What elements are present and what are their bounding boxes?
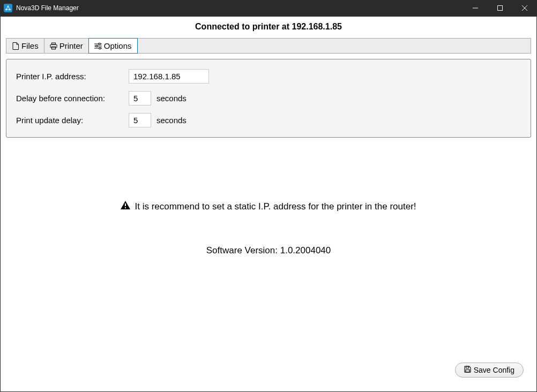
info-area: It is recommend to set a static I.P. add… <box>6 201 531 256</box>
svg-rect-19 <box>99 47 101 49</box>
close-button[interactable] <box>512 0 537 16</box>
svg-rect-22 <box>466 366 468 368</box>
warning-text: It is recommend to set a static I.P. add… <box>135 201 416 212</box>
row-delay-conn: Delay before connection: seconds <box>16 91 521 105</box>
tab-content-options: Printer I.P. address: Delay before conne… <box>6 59 531 256</box>
tab-label: Printer <box>59 41 83 50</box>
file-icon <box>12 42 19 50</box>
maximize-button[interactable] <box>488 0 512 16</box>
save-label: Save Config <box>474 366 514 374</box>
footer: Save Config <box>455 363 524 378</box>
svg-rect-21 <box>125 207 126 208</box>
window-body: Connected to printer at 192.168.1.85 Fil… <box>0 16 537 392</box>
suffix-seconds: seconds <box>156 116 187 125</box>
tab-files[interactable]: Files <box>6 39 44 53</box>
svg-rect-12 <box>50 44 57 48</box>
minimize-button[interactable] <box>463 0 488 16</box>
svg-rect-0 <box>4 4 12 12</box>
suffix-seconds: seconds <box>156 94 187 103</box>
options-panel: Printer I.P. address: Delay before conne… <box>6 59 531 138</box>
tab-label: Options <box>104 41 132 50</box>
version-info: Software Version: 1.0.2004040 <box>6 245 531 256</box>
row-ip: Printer I.P. address: <box>16 69 521 84</box>
save-icon <box>464 366 471 374</box>
ip-input[interactable] <box>129 69 209 84</box>
window-controls <box>463 0 537 16</box>
svg-rect-23 <box>466 370 469 373</box>
row-update-delay: Print update delay: seconds <box>16 113 521 127</box>
update-delay-input[interactable] <box>129 113 151 127</box>
tab-options[interactable]: Options <box>88 38 138 54</box>
app-title: Nova3D File Manager <box>16 4 79 12</box>
save-config-button[interactable]: Save Config <box>455 363 524 378</box>
label-delay-conn: Delay before connection: <box>16 94 129 103</box>
sliders-icon <box>94 42 102 50</box>
tabstrip: Files Printer Options <box>6 38 531 54</box>
warning-icon <box>121 201 130 212</box>
titlebar: Nova3D File Manager <box>0 0 537 16</box>
label-update-delay: Print update delay: <box>16 116 129 125</box>
svg-rect-17 <box>96 45 98 47</box>
warning-message: It is recommend to set a static I.P. add… <box>121 201 416 212</box>
delay-conn-input[interactable] <box>129 91 151 105</box>
label-ip: Printer I.P. address: <box>16 72 129 81</box>
connection-status: Connected to printer at 192.168.1.85 <box>1 17 536 38</box>
printer-icon <box>50 42 57 50</box>
tab-label: Files <box>21 41 39 50</box>
svg-rect-20 <box>125 203 126 206</box>
app-icon <box>4 4 12 12</box>
tab-printer[interactable]: Printer <box>44 39 89 53</box>
svg-rect-8 <box>498 6 503 11</box>
svg-rect-15 <box>99 43 100 44</box>
